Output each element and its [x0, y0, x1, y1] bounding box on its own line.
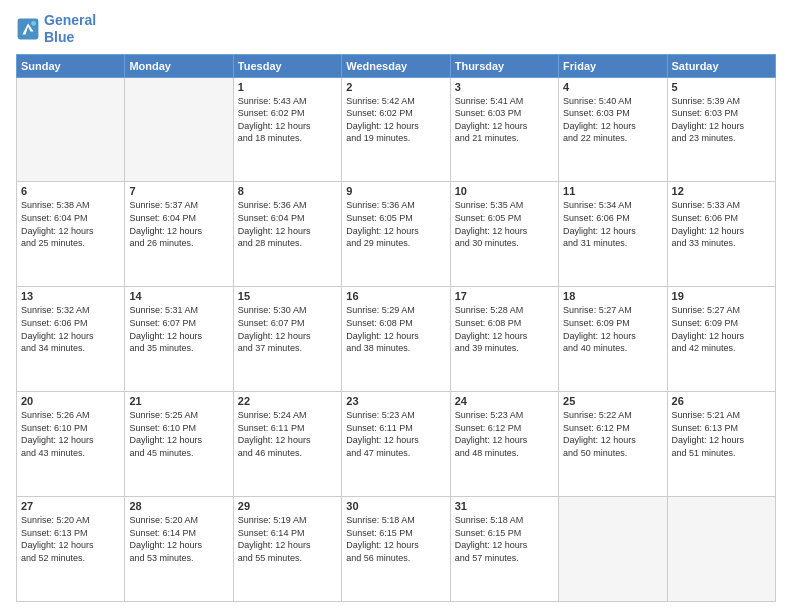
- cell-content: Sunrise: 5:28 AM Sunset: 6:08 PM Dayligh…: [455, 304, 554, 354]
- calendar-cell: [559, 497, 667, 602]
- day-number: 24: [455, 395, 554, 407]
- cell-content: Sunrise: 5:20 AM Sunset: 6:13 PM Dayligh…: [21, 514, 120, 564]
- day-number: 14: [129, 290, 228, 302]
- calendar-day-header: Wednesday: [342, 54, 450, 77]
- calendar-cell: 25Sunrise: 5:22 AM Sunset: 6:12 PM Dayli…: [559, 392, 667, 497]
- day-number: 29: [238, 500, 337, 512]
- cell-content: Sunrise: 5:32 AM Sunset: 6:06 PM Dayligh…: [21, 304, 120, 354]
- day-number: 4: [563, 81, 662, 93]
- calendar-cell: 4Sunrise: 5:40 AM Sunset: 6:03 PM Daylig…: [559, 77, 667, 182]
- calendar-cell: 21Sunrise: 5:25 AM Sunset: 6:10 PM Dayli…: [125, 392, 233, 497]
- cell-content: Sunrise: 5:21 AM Sunset: 6:13 PM Dayligh…: [672, 409, 771, 459]
- svg-point-2: [31, 21, 36, 26]
- day-number: 1: [238, 81, 337, 93]
- day-number: 21: [129, 395, 228, 407]
- cell-content: Sunrise: 5:20 AM Sunset: 6:14 PM Dayligh…: [129, 514, 228, 564]
- day-number: 2: [346, 81, 445, 93]
- calendar-cell: 1Sunrise: 5:43 AM Sunset: 6:02 PM Daylig…: [233, 77, 341, 182]
- cell-content: Sunrise: 5:23 AM Sunset: 6:11 PM Dayligh…: [346, 409, 445, 459]
- calendar-cell: 5Sunrise: 5:39 AM Sunset: 6:03 PM Daylig…: [667, 77, 775, 182]
- calendar-page: General Blue SundayMondayTuesdayWednesda…: [0, 0, 792, 612]
- day-number: 12: [672, 185, 771, 197]
- calendar-cell: 22Sunrise: 5:24 AM Sunset: 6:11 PM Dayli…: [233, 392, 341, 497]
- calendar-day-header: Monday: [125, 54, 233, 77]
- day-number: 27: [21, 500, 120, 512]
- day-number: 23: [346, 395, 445, 407]
- cell-content: Sunrise: 5:37 AM Sunset: 6:04 PM Dayligh…: [129, 199, 228, 249]
- cell-content: Sunrise: 5:24 AM Sunset: 6:11 PM Dayligh…: [238, 409, 337, 459]
- calendar-table: SundayMondayTuesdayWednesdayThursdayFrid…: [16, 54, 776, 602]
- day-number: 17: [455, 290, 554, 302]
- calendar-cell: 8Sunrise: 5:36 AM Sunset: 6:04 PM Daylig…: [233, 182, 341, 287]
- calendar-cell: 15Sunrise: 5:30 AM Sunset: 6:07 PM Dayli…: [233, 287, 341, 392]
- cell-content: Sunrise: 5:31 AM Sunset: 6:07 PM Dayligh…: [129, 304, 228, 354]
- calendar-week-row: 27Sunrise: 5:20 AM Sunset: 6:13 PM Dayli…: [17, 497, 776, 602]
- calendar-cell: 11Sunrise: 5:34 AM Sunset: 6:06 PM Dayli…: [559, 182, 667, 287]
- calendar-week-row: 20Sunrise: 5:26 AM Sunset: 6:10 PM Dayli…: [17, 392, 776, 497]
- calendar-cell: 29Sunrise: 5:19 AM Sunset: 6:14 PM Dayli…: [233, 497, 341, 602]
- calendar-cell: 6Sunrise: 5:38 AM Sunset: 6:04 PM Daylig…: [17, 182, 125, 287]
- calendar-cell: 13Sunrise: 5:32 AM Sunset: 6:06 PM Dayli…: [17, 287, 125, 392]
- calendar-cell: 3Sunrise: 5:41 AM Sunset: 6:03 PM Daylig…: [450, 77, 558, 182]
- cell-content: Sunrise: 5:27 AM Sunset: 6:09 PM Dayligh…: [672, 304, 771, 354]
- cell-content: Sunrise: 5:43 AM Sunset: 6:02 PM Dayligh…: [238, 95, 337, 145]
- cell-content: Sunrise: 5:18 AM Sunset: 6:15 PM Dayligh…: [455, 514, 554, 564]
- calendar-cell: 30Sunrise: 5:18 AM Sunset: 6:15 PM Dayli…: [342, 497, 450, 602]
- calendar-cell: [667, 497, 775, 602]
- day-number: 28: [129, 500, 228, 512]
- calendar-day-header: Saturday: [667, 54, 775, 77]
- day-number: 3: [455, 81, 554, 93]
- cell-content: Sunrise: 5:22 AM Sunset: 6:12 PM Dayligh…: [563, 409, 662, 459]
- day-number: 18: [563, 290, 662, 302]
- calendar-day-header: Friday: [559, 54, 667, 77]
- cell-content: Sunrise: 5:26 AM Sunset: 6:10 PM Dayligh…: [21, 409, 120, 459]
- day-number: 20: [21, 395, 120, 407]
- cell-content: Sunrise: 5:30 AM Sunset: 6:07 PM Dayligh…: [238, 304, 337, 354]
- cell-content: Sunrise: 5:23 AM Sunset: 6:12 PM Dayligh…: [455, 409, 554, 459]
- calendar-week-row: 6Sunrise: 5:38 AM Sunset: 6:04 PM Daylig…: [17, 182, 776, 287]
- cell-content: Sunrise: 5:19 AM Sunset: 6:14 PM Dayligh…: [238, 514, 337, 564]
- cell-content: Sunrise: 5:40 AM Sunset: 6:03 PM Dayligh…: [563, 95, 662, 145]
- calendar-day-header: Tuesday: [233, 54, 341, 77]
- calendar-cell: 9Sunrise: 5:36 AM Sunset: 6:05 PM Daylig…: [342, 182, 450, 287]
- calendar-cell: 10Sunrise: 5:35 AM Sunset: 6:05 PM Dayli…: [450, 182, 558, 287]
- logo-text: General Blue: [44, 12, 96, 46]
- day-number: 10: [455, 185, 554, 197]
- calendar-cell: 14Sunrise: 5:31 AM Sunset: 6:07 PM Dayli…: [125, 287, 233, 392]
- logo: General Blue: [16, 12, 96, 46]
- logo-icon: [16, 17, 40, 41]
- day-number: 25: [563, 395, 662, 407]
- day-number: 30: [346, 500, 445, 512]
- cell-content: Sunrise: 5:29 AM Sunset: 6:08 PM Dayligh…: [346, 304, 445, 354]
- calendar-cell: 31Sunrise: 5:18 AM Sunset: 6:15 PM Dayli…: [450, 497, 558, 602]
- cell-content: Sunrise: 5:36 AM Sunset: 6:04 PM Dayligh…: [238, 199, 337, 249]
- cell-content: Sunrise: 5:39 AM Sunset: 6:03 PM Dayligh…: [672, 95, 771, 145]
- calendar-cell: [17, 77, 125, 182]
- calendar-cell: 19Sunrise: 5:27 AM Sunset: 6:09 PM Dayli…: [667, 287, 775, 392]
- cell-content: Sunrise: 5:41 AM Sunset: 6:03 PM Dayligh…: [455, 95, 554, 145]
- calendar-cell: 18Sunrise: 5:27 AM Sunset: 6:09 PM Dayli…: [559, 287, 667, 392]
- day-number: 9: [346, 185, 445, 197]
- day-number: 19: [672, 290, 771, 302]
- calendar-cell: 16Sunrise: 5:29 AM Sunset: 6:08 PM Dayli…: [342, 287, 450, 392]
- day-number: 26: [672, 395, 771, 407]
- cell-content: Sunrise: 5:34 AM Sunset: 6:06 PM Dayligh…: [563, 199, 662, 249]
- calendar-cell: 7Sunrise: 5:37 AM Sunset: 6:04 PM Daylig…: [125, 182, 233, 287]
- cell-content: Sunrise: 5:25 AM Sunset: 6:10 PM Dayligh…: [129, 409, 228, 459]
- cell-content: Sunrise: 5:33 AM Sunset: 6:06 PM Dayligh…: [672, 199, 771, 249]
- cell-content: Sunrise: 5:36 AM Sunset: 6:05 PM Dayligh…: [346, 199, 445, 249]
- cell-content: Sunrise: 5:18 AM Sunset: 6:15 PM Dayligh…: [346, 514, 445, 564]
- calendar-cell: 28Sunrise: 5:20 AM Sunset: 6:14 PM Dayli…: [125, 497, 233, 602]
- calendar-day-header: Sunday: [17, 54, 125, 77]
- day-number: 6: [21, 185, 120, 197]
- calendar-day-header: Thursday: [450, 54, 558, 77]
- calendar-cell: 17Sunrise: 5:28 AM Sunset: 6:08 PM Dayli…: [450, 287, 558, 392]
- day-number: 7: [129, 185, 228, 197]
- day-number: 8: [238, 185, 337, 197]
- calendar-week-row: 13Sunrise: 5:32 AM Sunset: 6:06 PM Dayli…: [17, 287, 776, 392]
- calendar-cell: 12Sunrise: 5:33 AM Sunset: 6:06 PM Dayli…: [667, 182, 775, 287]
- cell-content: Sunrise: 5:38 AM Sunset: 6:04 PM Dayligh…: [21, 199, 120, 249]
- day-number: 5: [672, 81, 771, 93]
- calendar-cell: 20Sunrise: 5:26 AM Sunset: 6:10 PM Dayli…: [17, 392, 125, 497]
- cell-content: Sunrise: 5:27 AM Sunset: 6:09 PM Dayligh…: [563, 304, 662, 354]
